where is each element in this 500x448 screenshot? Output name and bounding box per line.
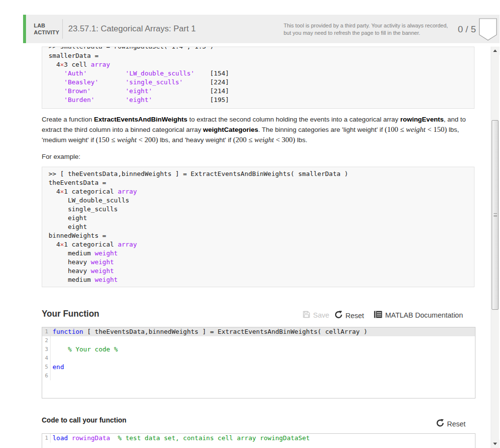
reset-icon	[335, 311, 342, 320]
function-code-editor[interactable]: 1function [ theEventsData,binnedWeights …	[42, 327, 475, 398]
instructions-paragraph: Create a function ExtractEventsAndBinWei…	[42, 114, 476, 145]
save-button-label: Save	[313, 311, 329, 319]
reset-function-button[interactable]: Reset	[335, 311, 364, 320]
console-output-example: >> [ theEventsData,binnedWeights ] = Ext…	[42, 167, 474, 287]
scrollbar-down-button[interactable]	[491, 440, 500, 448]
arrow-down-icon	[493, 443, 497, 445]
reset-button-label: Reset	[345, 312, 364, 320]
reset-call-code-button[interactable]: Reset	[436, 419, 466, 428]
notice-line-2: but you may need to refresh the page to …	[284, 29, 458, 37]
call-code-editor[interactable]: 1load rowingData % test data set, contai…	[42, 433, 475, 448]
scrollbar-grip	[494, 213, 497, 217]
lab-activity-banner: LAB ACTIVITY 23.57.1: Categorical Arrays…	[23, 15, 500, 43]
book-icon	[374, 311, 382, 320]
lab-activity-kicker: LAB ACTIVITY	[34, 22, 59, 36]
activity-badge-icon	[479, 18, 498, 42]
save-button[interactable]: Save	[303, 311, 329, 320]
for-example-label: For example:	[42, 153, 80, 160]
lab-activity-page: LAB ACTIVITY 23.57.1: Categorical Arrays…	[0, 0, 500, 448]
save-icon	[303, 311, 310, 320]
green-accent-bar	[23, 15, 26, 43]
vertical-scrollbar[interactable]	[491, 47, 499, 448]
scrollbar-up-button[interactable]	[491, 47, 500, 55]
third-party-notice: This tool is provided by a third party. …	[284, 22, 458, 37]
docs-button-label: MATLAB Documentation	[385, 311, 463, 319]
reset-icon	[436, 419, 444, 428]
notice-line-1: This tool is provided by a third party. …	[284, 22, 458, 29]
call-section-title: Code to call your function	[42, 416, 127, 424]
kicker-line-2: ACTIVITY	[34, 29, 59, 36]
scrollbar-thumb[interactable]	[492, 120, 499, 310]
activity-title: 23.57.1: Categorical Arrays: Part 1	[68, 24, 196, 34]
kicker-line-1: LAB	[34, 22, 59, 29]
banner-divider	[62, 19, 63, 39]
console-output-smallerdata: >> smallerData = rowingDataSet( 1:4 , 1:…	[42, 47, 474, 109]
your-function-title: Your Function	[42, 309, 99, 319]
arrow-up-icon	[493, 50, 497, 52]
matlab-documentation-button[interactable]: MATLAB Documentation	[374, 311, 463, 320]
reset-button-label: Reset	[447, 420, 466, 428]
score-indicator: 0 / 5	[458, 24, 476, 35]
